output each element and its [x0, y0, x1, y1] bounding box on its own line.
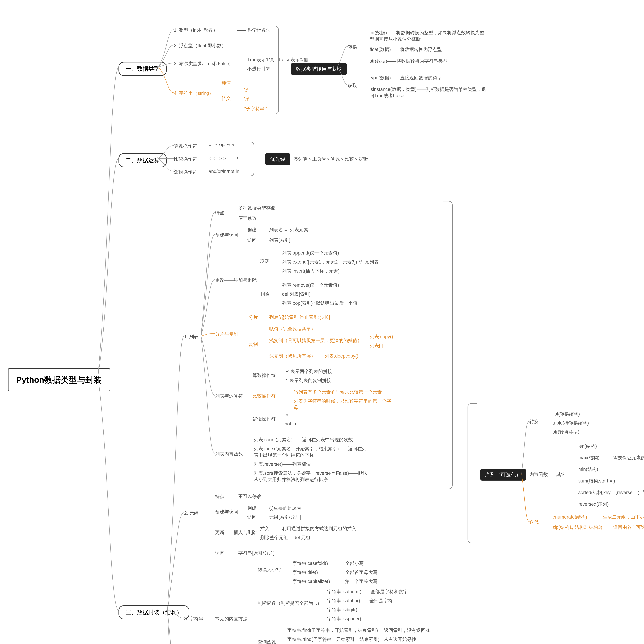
n-seq-o5d: 返回新列表，sort()原地排序	[643, 489, 644, 496]
pill-seq[interactable]: 序列（可迭代）	[480, 469, 526, 481]
n-l-sc2v: =	[326, 326, 329, 331]
n-seq-o3: min(结构)	[578, 466, 598, 473]
n-l-sc3: 复制	[249, 341, 258, 348]
n-l-sc[interactable]: 分片与复制	[215, 331, 238, 337]
section-1[interactable]: 一、数据类型	[118, 62, 167, 76]
n-seq-it1d: 生成二元组，由下标与值组成	[603, 514, 644, 520]
n-st-bi[interactable]: 常见的内置方法	[215, 616, 248, 622]
n-l-op2a: 当列表有多个元素的时候只比较第一个元素	[294, 389, 382, 395]
n-l-op2: 比较操作符	[252, 393, 276, 399]
n-l-c2v: 列表[索引]	[269, 237, 290, 243]
n-float[interactable]: 2. 浮点型（float·即小数）	[174, 43, 226, 49]
n-t-f1: 不可以修改	[238, 493, 261, 500]
n-int[interactable]: 1. 整型（int·即整数）	[174, 27, 218, 33]
n-logic[interactable]: 逻辑操作符	[174, 169, 197, 175]
section-2[interactable]: 二、数据运算	[118, 153, 167, 167]
n-bool[interactable]: 3. 布尔类型(即True和False)	[174, 61, 231, 67]
n-l-op1b: '*' 表示列表的复制拼接	[285, 377, 331, 384]
n-st-v: 访问	[215, 550, 224, 556]
n-arith[interactable]: 算数操作符	[174, 143, 197, 149]
n-l-ft[interactable]: 特点	[215, 210, 224, 216]
n-l-d2: del 列表[索引]	[282, 291, 311, 297]
n-get-type: type(数据)——直接返回数据的类型	[370, 75, 442, 81]
n-str-e1: '\t'	[243, 88, 248, 93]
n-str[interactable]: 4. 字符串（string）	[174, 90, 214, 96]
n-l-sc2: 赋值（完全数据共享）	[269, 326, 316, 332]
n-l-f2: 便于修改	[238, 215, 257, 221]
connector-lines	[0, 0, 644, 644]
n-str-e3: '"长字符串"'	[243, 106, 267, 112]
n-st-s1d: 返回索引，没有返回-1	[384, 627, 430, 634]
n-st-vv: 字符串[索引/分片]	[238, 550, 275, 556]
n-t-cv: 创建与访问	[215, 509, 238, 515]
n-seq-o5: sorted(结构,key = ,reverse = )	[578, 489, 639, 496]
n-st-j1: 字符串.isalnum()——全部是字符和数字	[327, 589, 408, 595]
n-t-c1: 创建	[247, 505, 257, 511]
n-t-ft: 特点	[215, 493, 224, 500]
n-arith-v: + - * / % ** //	[209, 143, 234, 148]
n-st-s2: 字符串.rfind(子字符串，开始索引，结束索引)	[287, 636, 379, 643]
n-prio: 幂运算＞正负号＞算数＞比较＞逻辑	[294, 156, 368, 162]
n-l-add[interactable]: 添加	[260, 258, 269, 264]
bracket-s1	[270, 26, 279, 114]
n-st-cc: 转换大小写	[258, 567, 281, 573]
pill-conv[interactable]: 数据类型转换与获取	[291, 63, 347, 75]
n-seq-cv3: str(转换类型)	[553, 429, 579, 435]
n-seq-it2d: 返回由各个可迭代参数共同组成的参数	[613, 524, 644, 531]
n-l-op2b: 列表为字符串的时候，只比较字符串的第一个字母	[294, 398, 394, 411]
n-seq-cv2: tuple(待转换结构)	[553, 420, 589, 426]
n-seq-o1: len(结构)	[578, 443, 597, 449]
n-int-d: —— 科学计数法	[237, 27, 271, 33]
n-l-b1: 列表.count(元素名)——返回在列表中出现的次数	[254, 437, 353, 443]
n-string[interactable]: 3. 字符串	[184, 616, 203, 622]
n-l-sc31b: 列表[:]	[370, 343, 383, 349]
n-conv[interactable]: 转换	[348, 44, 357, 50]
n-st-sf: 查询函数	[258, 639, 276, 644]
n-seq-it2: zip(结构1, 结构2, 结构3)	[553, 524, 602, 531]
n-l-sc31a: 列表.copy()	[370, 334, 393, 340]
n-l-b3: 列表.reverse()——列表翻转	[254, 461, 311, 467]
n-conv-float: float(数据)——将数据转换为浮点型	[370, 46, 442, 53]
n-cmp-v: < <= > >= == !=	[209, 156, 241, 161]
n-t-m2: 删除整个元组	[260, 535, 288, 541]
n-st-cc2: 字符串.title()	[292, 569, 318, 576]
n-seq-it1: enumerate(结构)	[553, 514, 587, 520]
root-node[interactable]: Python数据类型与封装	[8, 368, 110, 391]
n-l-op3a: in	[285, 412, 288, 418]
n-l-sc31: 浅复制（只可以拷贝第一层，更深的为赋值）	[269, 337, 362, 344]
n-l-op[interactable]: 列表与运算符	[215, 393, 243, 399]
n-seq-it[interactable]: 迭代	[529, 519, 539, 525]
n-st-cc1: 字符串.casefold()	[292, 560, 328, 567]
n-l-del[interactable]: 删除	[260, 291, 269, 297]
n-str-e: 转义	[222, 95, 231, 102]
n-l-sc32v: 列表.deepcopy()	[325, 353, 358, 359]
n-list[interactable]: 1. 列表	[184, 334, 199, 340]
n-str-e2: '\n'	[243, 97, 249, 102]
n-get[interactable]: 获取	[348, 82, 357, 89]
n-seq-bi[interactable]: 内置函数	[529, 471, 548, 478]
n-l-b2: 列表.index(元素名，开始索引，结束索引)——返回在列表中出现第一个即结束的…	[254, 446, 370, 458]
n-l-mod[interactable]: 更改——添加与删除	[215, 277, 257, 283]
n-t-c2: 访问	[247, 514, 257, 520]
n-str-v: 纯值	[222, 80, 231, 86]
n-l-c2: 访问	[247, 237, 257, 243]
n-st-cc2d: 全部首字母大写	[345, 569, 378, 576]
n-l-sc32: 深复制（拷贝所有层）	[269, 353, 316, 359]
n-cmp[interactable]: 比较操作符	[174, 156, 197, 162]
n-l-cv[interactable]: 创建与访问	[215, 232, 238, 238]
n-st-j3: 字符串.isdigit()	[327, 607, 357, 613]
n-l-sc1v: 列表[起始索引:终止索引:步长]	[269, 314, 330, 321]
n-l-bi[interactable]: 列表内置函数	[215, 451, 243, 457]
section-3[interactable]: 三、数据封装（结构）	[118, 605, 189, 619]
pill-prio[interactable]: 优先级	[265, 153, 290, 165]
n-seq-cv[interactable]: 转换	[529, 419, 539, 425]
n-seq-o4: sum(结构,start = )	[578, 478, 615, 484]
n-tuple[interactable]: 2. 元组	[184, 510, 199, 516]
n-t-mod: 更新——插入与删除	[215, 529, 257, 536]
n-st-cc3d: 第一个字符大写	[345, 578, 378, 585]
n-seq-cv1: list(转换结构)	[553, 411, 580, 417]
n-seq-ot: 其它	[556, 471, 566, 478]
n-t-m2v: del 元组	[294, 535, 310, 541]
n-l-b4: 列表.sort(搜索算法，关键字，reverse = False)——默认从小到…	[254, 470, 370, 483]
n-l-d3: 列表.pop(索引) *默认弹出最后一个值	[282, 300, 358, 306]
